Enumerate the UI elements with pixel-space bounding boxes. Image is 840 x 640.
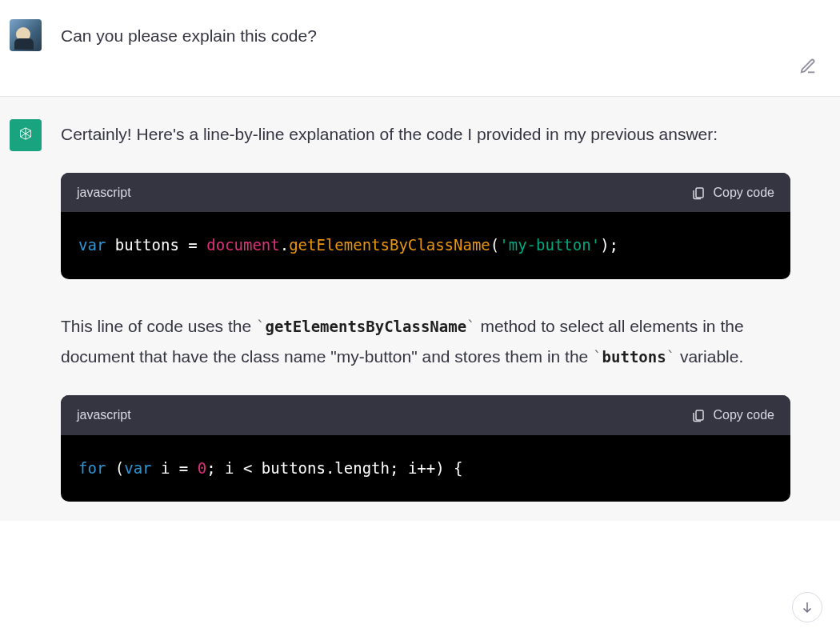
- arrow-down-icon: [800, 600, 814, 614]
- openai-logo-icon: [15, 125, 36, 146]
- assistant-intro-text: Certainly! Here's a line-by-line explana…: [61, 119, 790, 150]
- svg-rect-0: [696, 188, 703, 198]
- svg-rect-1: [696, 410, 703, 420]
- explain-1-post: variable.: [675, 347, 743, 366]
- code-block-1-language: javascript: [77, 181, 131, 205]
- copy-code-label-1: Copy code: [714, 186, 775, 200]
- code-block-2-header: javascript Copy code: [61, 395, 790, 435]
- copy-code-button-1[interactable]: Copy code: [691, 186, 775, 200]
- assistant-avatar: [10, 119, 42, 151]
- inline-code-getelements: getElementsByClassName: [265, 318, 466, 335]
- user-message-content: Can you please explain this code?: [61, 19, 829, 51]
- copy-code-label-2: Copy code: [714, 408, 775, 422]
- copy-code-button-2[interactable]: Copy code: [691, 408, 775, 422]
- code-block-2: javascript Copy code for (var i = 0; i <…: [61, 395, 790, 502]
- code-block-2-body: for (var i = 0; i < buttons.length; i++)…: [61, 435, 790, 502]
- inline-code-buttons: buttons: [602, 348, 666, 366]
- edit-icon: [799, 58, 817, 75]
- edit-message-button[interactable]: [798, 58, 818, 77]
- assistant-message-row: Certainly! Here's a line-by-line explana…: [0, 97, 840, 521]
- user-message-row: Can you please explain this code?: [0, 0, 840, 97]
- clipboard-icon: [691, 408, 706, 422]
- user-avatar: [10, 19, 42, 51]
- code-block-1: javascript Copy code var buttons = docum…: [61, 173, 790, 279]
- assistant-message-content: Certainly! Here's a line-by-line explana…: [61, 119, 829, 502]
- scroll-to-bottom-button[interactable]: [792, 592, 822, 622]
- user-message-text: Can you please explain this code?: [61, 19, 790, 50]
- assistant-explain-1: This line of code uses the `getElementsB…: [61, 311, 790, 374]
- clipboard-icon: [691, 186, 706, 200]
- code-block-2-language: javascript: [77, 403, 131, 427]
- explain-1-pre: This line of code uses the: [61, 317, 256, 335]
- code-block-1-body: var buttons = document.getElementsByClas…: [61, 212, 790, 278]
- code-block-1-header: javascript Copy code: [61, 173, 790, 213]
